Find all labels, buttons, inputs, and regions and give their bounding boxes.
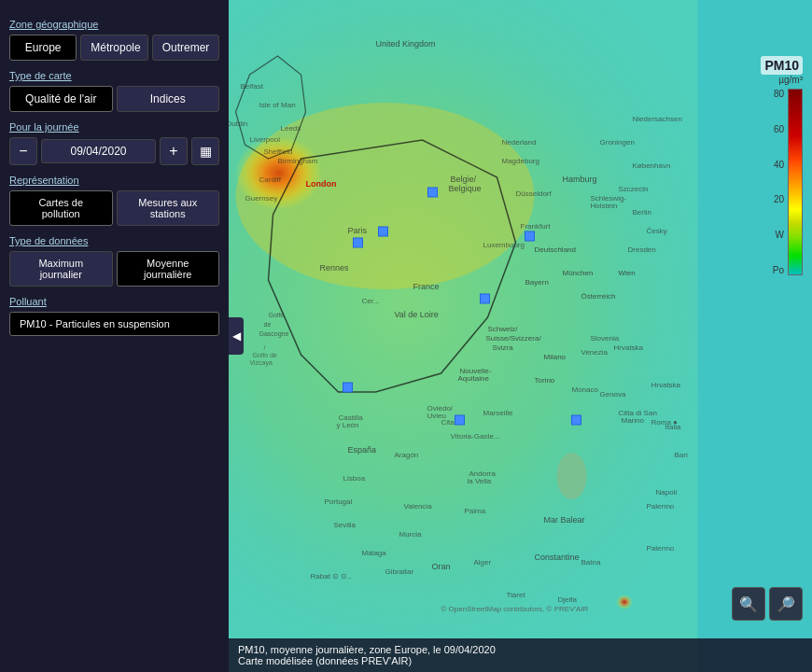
- svg-text:Vizcaya: Vizcaya: [250, 359, 273, 367]
- date-minus-button[interactable]: −: [9, 137, 37, 165]
- pollutant-button[interactable]: PM10 - Particules en suspension: [9, 312, 219, 336]
- representation-mesures-button[interactable]: Mesures aux stations: [117, 190, 220, 226]
- svg-text:Deutschland: Deutschland: [535, 245, 576, 254]
- svg-text:København: København: [633, 161, 671, 170]
- svg-text:Milano: Milano: [544, 353, 567, 361]
- svg-text:Sevilla: Sevilla: [334, 521, 357, 529]
- legend-value-0: 80: [773, 89, 784, 99]
- sidebar: Zone géographique Europe Métropole Outre…: [0, 0, 229, 672]
- svg-text:Tiaret: Tiaret: [507, 591, 526, 599]
- svg-point-108: [557, 453, 587, 499]
- svg-text:Napoli: Napoli: [656, 488, 678, 497]
- legend-value-1: 60: [773, 124, 784, 134]
- svg-text:Belgie/: Belgie/: [451, 175, 477, 184]
- svg-text:Schweiz/: Schweiz/: [488, 325, 519, 333]
- data-type-max-button[interactable]: Maximum journalier: [9, 251, 113, 287]
- svg-text:Batna: Batna: [581, 558, 601, 567]
- svg-text:y León: y León: [337, 421, 359, 429]
- zone-metropole-button[interactable]: Métropole: [80, 35, 147, 61]
- svg-rect-103: [525, 231, 535, 241]
- svg-text:Gascogne: Gascogne: [259, 330, 289, 338]
- legend-value-5: Po: [773, 265, 784, 275]
- representation-label: Représentation: [9, 175, 219, 186]
- svg-text:Luxembourg: Luxembourg: [483, 241, 525, 249]
- svg-rect-106: [572, 415, 581, 425]
- svg-text:Oran: Oran: [432, 562, 451, 571]
- svg-text:la Vella: la Vella: [468, 477, 492, 485]
- svg-text:Venezia: Venezia: [581, 348, 609, 357]
- svg-text:Belfast: Belfast: [241, 82, 264, 91]
- data-type-button-group: Maximum journalier Moyenne journalière: [9, 251, 219, 287]
- zoom-in-button[interactable]: 🔍: [732, 587, 765, 621]
- svg-text:Cardiff: Cardiff: [259, 175, 282, 184]
- svg-text:Rennes: Rennes: [320, 263, 350, 273]
- zoom-out-button[interactable]: 🔎: [769, 587, 803, 621]
- svg-text:Málaga: Málaga: [362, 549, 387, 557]
- svg-text:Portugal: Portugal: [325, 497, 353, 506]
- svg-text:Sheffield: Sheffield: [264, 147, 293, 156]
- svg-text:España: España: [348, 445, 377, 455]
- svg-text:Mar Balear: Mar Balear: [544, 515, 585, 525]
- svg-text:Hrvatska: Hrvatska: [651, 381, 681, 389]
- svg-point-4: [558, 523, 661, 616]
- svg-text:Guernsey: Guernsey: [245, 194, 278, 203]
- data-type-mean-button[interactable]: Moyenne journalière: [117, 251, 220, 287]
- zone-europe-button[interactable]: Europe: [9, 35, 77, 61]
- svg-text:Constantine: Constantine: [535, 553, 580, 562]
- legend-value-3: 20: [773, 194, 784, 204]
- svg-point-3: [194, 107, 437, 313]
- svg-text:Aragón: Aragón: [395, 451, 419, 459]
- representation-cartes-button[interactable]: Cartes de pollution: [9, 190, 113, 226]
- svg-text:Bayern: Bayern: [525, 278, 549, 287]
- svg-text:Groningen: Groningen: [600, 138, 635, 147]
- svg-text:Marino: Marino: [622, 416, 645, 425]
- date-display: 09/04/2020: [41, 139, 156, 163]
- map-type-qualite-button[interactable]: Qualité de l'air: [9, 86, 113, 112]
- calendar-button[interactable]: ▦: [191, 137, 219, 165]
- svg-point-5: [236, 103, 535, 289]
- legend-unit: µg/m³: [778, 75, 803, 85]
- map-type-button-group: Qualité de l'air Indices: [9, 86, 219, 112]
- zone-label: Zone géographique: [9, 19, 219, 30]
- map-type-indices-button[interactable]: Indices: [117, 86, 220, 112]
- svg-text:Hrvatska: Hrvatska: [614, 343, 644, 352]
- svg-text:Castilla: Castilla: [339, 413, 364, 422]
- date-plus-button[interactable]: +: [160, 137, 188, 165]
- svg-text:Szczecin: Szczecin: [619, 185, 649, 193]
- svg-text:Golfe: Golfe: [269, 312, 285, 318]
- svg-text:Wien: Wien: [619, 269, 636, 277]
- svg-text:Rabat ⊙ ⊙..: Rabat ⊙ ⊙..: [311, 572, 352, 581]
- svg-text:Svizra: Svizra: [493, 343, 514, 352]
- svg-rect-102: [354, 238, 363, 247]
- legend-color-bar: [788, 89, 803, 275]
- svg-rect-104: [481, 294, 490, 303]
- zone-outremer-button[interactable]: Outremer: [152, 35, 219, 61]
- svg-text:Dresden: Dresden: [628, 245, 656, 254]
- svg-text:Val de Loire: Val de Loire: [395, 310, 439, 319]
- svg-text:London: London: [306, 179, 337, 189]
- svg-text:Hamburg: Hamburg: [563, 175, 597, 184]
- svg-text:Oviedo/: Oviedo/: [427, 404, 454, 413]
- collapse-button[interactable]: ◀: [229, 317, 244, 355]
- data-type-label: Type de données: [9, 235, 219, 246]
- legend-value-2: 40: [773, 160, 784, 170]
- svg-text:France: France: [413, 282, 440, 291]
- zoom-in-icon: 🔍: [739, 595, 758, 613]
- zone-button-group: Europe Métropole Outremer: [9, 35, 219, 61]
- svg-text:Liverpool: Liverpool: [250, 135, 281, 144]
- svg-text:Marseille: Marseille: [483, 409, 514, 417]
- svg-text:Paris: Paris: [348, 226, 368, 235]
- svg-text:Torino: Torino: [535, 376, 555, 385]
- svg-text:Schleswig-: Schleswig-: [591, 194, 627, 203]
- svg-text:Andorra: Andorra: [469, 469, 497, 478]
- svg-rect-100: [428, 188, 438, 197]
- date-row: − 09/04/2020 + ▦: [9, 137, 219, 165]
- day-label: Pour la journée: [9, 121, 219, 133]
- svg-text:Palermo: Palermo: [647, 544, 675, 553]
- svg-text:München: München: [563, 269, 594, 277]
- svg-text:Bari: Bari: [675, 451, 688, 459]
- svg-text:Djelfa: Djelfa: [558, 595, 578, 604]
- pollutant-label: Polluant: [9, 296, 219, 307]
- svg-text:Cer...: Cer...: [362, 297, 380, 305]
- svg-text:Palermo: Palermo: [647, 502, 675, 511]
